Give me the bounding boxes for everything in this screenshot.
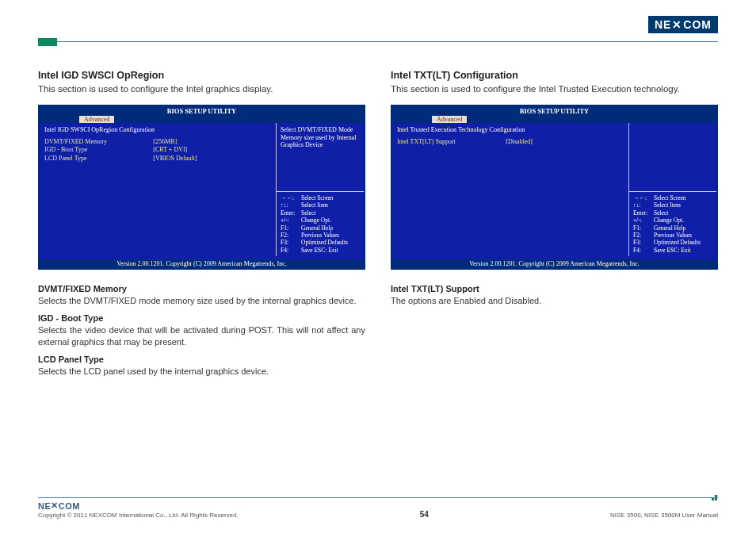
bios-row-value: [Disabled] <box>506 138 533 146</box>
copyright: Copyright © 2011 NEXCOM International Co… <box>38 512 239 519</box>
bios-body: Intel Trusted Execution Technology Confi… <box>392 123 716 256</box>
bios-row: DVMT/FIXED Memory [256MB] <box>44 138 271 146</box>
bios-body: Intel IGD SWSCI OpRegion Configuration D… <box>40 123 364 256</box>
header-rule <box>38 41 718 42</box>
bios-row: Intel TXT(LT) Support [Disabled] <box>397 138 624 146</box>
sub-desc: The options are Enabled and Disabled. <box>391 295 718 307</box>
right-column: Intel TXT(LT) Configuration This section… <box>391 70 718 383</box>
bios-row: IGD - Boot Type [CRT + DVI] <box>44 146 271 154</box>
bios-key-row: F4:Save ESC: Exit <box>633 247 712 254</box>
bios-side-panel: →←:Select Screen ↑↓:Select Item Enter:Se… <box>629 123 716 256</box>
bios-key-row: →←:Select Screen <box>281 194 360 201</box>
content: Intel IGD SWSCI OpRegion This section is… <box>38 70 718 383</box>
bios-key-row: F2:Previous Values <box>281 232 360 239</box>
bios-config-title: Intel Trusted Execution Technology Confi… <box>397 126 624 133</box>
sub-heading: IGD - Boot Type <box>38 313 365 323</box>
bios-key-row: Enter:Select <box>633 209 712 217</box>
bios-key-row: F4:Save ESC: Exit <box>281 247 360 254</box>
bios-main-panel: Intel IGD SWSCI OpRegion Configuration D… <box>40 123 277 256</box>
bios-key-row: F3:Optimized Defaults <box>281 239 360 246</box>
footer-brand-2: COM <box>59 501 80 511</box>
header-logo: NE✕COM <box>648 16 718 33</box>
section-heading: Intel TXT(LT) Configuration <box>391 70 718 81</box>
bios-key-row: ↑↓:Select Item <box>281 201 360 209</box>
bios-row-value: [CRT + DVI] <box>153 146 187 154</box>
bios-config-title: Intel IGD SWSCI OpRegion Configuration <box>44 126 271 133</box>
logo-x-icon: ✕ <box>672 18 682 31</box>
sub-heading: DVMT/FIXED Memory <box>38 284 365 293</box>
bios-tabs: Advanced <box>392 116 716 123</box>
section-heading: Intel IGD SWSCI OpRegion <box>38 70 365 81</box>
footer-ornament-icon <box>712 495 718 501</box>
footer-row: NE✕COM Copyright © 2011 NEXCOM Internati… <box>38 500 718 519</box>
sub-desc: Selects the video device that will be ac… <box>38 324 365 348</box>
header-accent <box>38 38 57 46</box>
footer-brand: NE <box>38 501 51 511</box>
bios-screenshot-left: BIOS SETUP UTILITY Advanced Intel IGD SW… <box>38 105 365 270</box>
brand-text-2: COM <box>683 18 712 31</box>
sub-desc: Selects the DVMT/FIXED mode memory size … <box>38 295 365 307</box>
brand-text: NE <box>655 18 671 31</box>
manual-name: NISE 3500, NISE 3500M User Manual <box>610 512 718 519</box>
bios-row-value: [256MB] <box>153 138 177 146</box>
bios-keys: →←:Select Screen ↑↓:Select Item Enter:Se… <box>277 191 364 256</box>
bios-row-label: DVMT/FIXED Memory <box>44 138 153 146</box>
sub-desc: Selects the LCD panel used by the intern… <box>38 366 365 378</box>
bios-tabs: Advanced <box>40 116 364 123</box>
bios-screenshot-right: BIOS SETUP UTILITY Advanced Intel Truste… <box>391 105 718 270</box>
bios-row-label: LCD Panel Type <box>44 155 153 163</box>
bios-version: Version 2.00.1201. Copyright (C) 2009 Am… <box>40 259 364 268</box>
bios-row-value: [VBIOS Default] <box>153 155 197 163</box>
bios-tab-advanced: Advanced <box>432 116 467 123</box>
bios-side-panel: Select DVMT/FIXED Mode Memory size used … <box>277 123 364 256</box>
footer-left: NE✕COM Copyright © 2011 NEXCOM Internati… <box>38 500 239 519</box>
bios-key-row: ↑↓:Select Item <box>633 201 712 209</box>
bios-key-row: F1:General Help <box>633 224 712 232</box>
bios-tab-advanced: Advanced <box>79 116 114 123</box>
bios-key-row: Enter:Select <box>281 209 360 217</box>
bios-title: BIOS SETUP UTILITY <box>40 106 364 116</box>
section-desc: This section is used to configure the In… <box>38 84 365 94</box>
bios-row-label: IGD - Boot Type <box>44 146 153 154</box>
footer-rule <box>38 497 718 498</box>
sub-heading: LCD Panel Type <box>38 355 365 364</box>
footer-logo: NE✕COM <box>38 500 239 511</box>
bios-key-row: +/-:Change Opt. <box>633 217 712 224</box>
bios-key-row: F1:General Help <box>281 224 360 232</box>
sub-heading: Intel TXT(LT) Support <box>391 284 718 293</box>
footer: NE✕COM Copyright © 2011 NEXCOM Internati… <box>38 497 718 519</box>
bios-main-panel: Intel Trusted Execution Technology Confi… <box>392 123 629 256</box>
bios-version: Version 2.00.1201. Copyright (C) 2009 Am… <box>392 259 716 268</box>
page-number: 54 <box>420 510 429 519</box>
bios-keys: →←:Select Screen ↑↓:Select Item Enter:Se… <box>629 191 716 256</box>
bios-row: LCD Panel Type [VBIOS Default] <box>44 155 271 163</box>
footer-x-icon: ✕ <box>51 500 59 511</box>
bios-key-row: F3:Optimized Defaults <box>633 239 712 246</box>
brand-logo: NE✕COM <box>648 16 718 33</box>
bios-title: BIOS SETUP UTILITY <box>392 106 716 116</box>
bios-key-row: F2:Previous Values <box>633 232 712 239</box>
bios-help-text: Select DVMT/FIXED Mode Memory size used … <box>277 123 364 191</box>
bios-row-label: Intel TXT(LT) Support <box>397 138 506 146</box>
bios-key-row: +/-:Change Opt. <box>281 217 360 224</box>
bios-help-text <box>629 123 716 191</box>
left-column: Intel IGD SWSCI OpRegion This section is… <box>38 70 365 383</box>
section-desc: This section is used to configure the In… <box>391 84 718 94</box>
bios-key-row: →←:Select Screen <box>633 194 712 201</box>
